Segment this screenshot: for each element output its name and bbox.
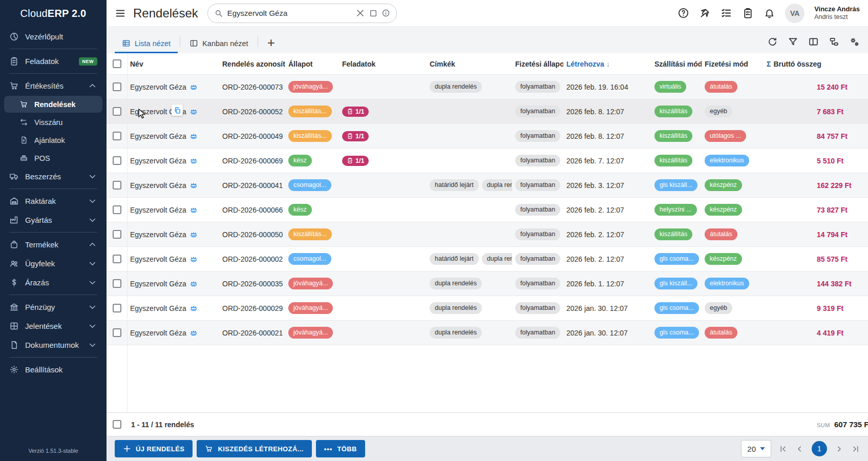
row-checkbox[interactable]: [113, 230, 121, 239]
sidebar-item-vezerlopult[interactable]: Vezérlőpult: [4, 28, 102, 46]
table-row[interactable]: Egyszervolt GézaORD-2026-000050kiszállít…: [107, 222, 868, 247]
row-checkbox[interactable]: [113, 82, 121, 91]
search-input[interactable]: [227, 9, 351, 17]
created-date: 2026 jan. 30. 12:07: [566, 304, 628, 312]
column-header-szallitasi-mod[interactable]: Szállítási mód: [651, 60, 702, 68]
table-row[interactable]: Egyszervolt GézaORD-2026-000073jóváhagyá…: [107, 75, 868, 99]
table-settings-gears-icon[interactable]: [849, 36, 860, 47]
table-row[interactable]: Egyszervolt GézaORD-2026-000021jóváhagyá…: [107, 321, 868, 345]
column-header-letrehozva[interactable]: Létrehozva↓: [563, 60, 651, 68]
payment-badge: készpénz: [705, 204, 742, 215]
table-row[interactable]: Egyszervolt GézaORD-2026-000052kiszállít…: [107, 99, 868, 124]
hamburger-menu-icon[interactable]: [115, 8, 126, 19]
columns-icon[interactable]: [808, 36, 819, 47]
column-header-fizetesi-mod[interactable]: Fizetési mód: [702, 60, 755, 68]
sidebar-item-pos[interactable]: POS: [4, 150, 102, 166]
customer-name: Egyszervolt Géza: [130, 83, 186, 91]
sidebar-item-visszaru[interactable]: Visszáru: [4, 114, 102, 131]
table-row[interactable]: Egyszervolt GézaORD-2026-000035jóváhagyá…: [107, 271, 868, 296]
refresh-icon[interactable]: [767, 36, 778, 47]
row-checkbox[interactable]: [113, 107, 121, 116]
search-info-icon[interactable]: [382, 9, 390, 17]
column-header-nev[interactable]: Név: [127, 60, 219, 68]
sidebar-item-ertekesites[interactable]: Értékesítés: [4, 77, 102, 95]
user-info[interactable]: Vincze András Andris teszt: [814, 5, 860, 22]
table-row[interactable]: Egyszervolt GézaORD-2026-000069kész1/1fo…: [107, 149, 868, 173]
column-header-fizetesi-allapot[interactable]: Fizetési állapot: [512, 60, 563, 68]
cell-order-id: ORD-2026-000041: [219, 181, 285, 190]
crown-icon: [189, 206, 198, 214]
prev-page-icon[interactable]: [795, 445, 804, 453]
table-row[interactable]: Egyszervolt GézaORD-2026-000049kiszállít…: [107, 124, 868, 149]
row-checkbox[interactable]: [113, 156, 121, 165]
sidebar-item-ajanlatok[interactable]: Ajánlatok: [4, 132, 102, 149]
column-header-cimkek[interactable]: Címkék: [427, 60, 512, 68]
cell-payment-status: folyamatban: [512, 106, 563, 117]
cell-order-id: ORD-2026-000052: [219, 108, 285, 116]
cell-payment-method: átutalás: [702, 228, 755, 240]
current-page[interactable]: 1: [812, 441, 827, 456]
next-page-icon[interactable]: [835, 445, 843, 453]
sidebar-item-rendelesek[interactable]: Rendelések: [4, 96, 102, 113]
cell-name: Egyszervolt Géza: [127, 181, 219, 190]
notifications-bell-icon[interactable]: [764, 7, 775, 19]
sidebar-item-gyartas[interactable]: Gyártás: [4, 211, 102, 229]
row-checkbox-cell: [107, 304, 127, 312]
cell-status: jóváhagyá...: [285, 302, 339, 313]
column-header-allapot[interactable]: Állapot: [285, 60, 339, 68]
column-header-rendeles-azonosito[interactable]: Rendelés azonosító: [219, 60, 285, 68]
page-size-select[interactable]: 20: [741, 440, 771, 457]
rocket-icon[interactable]: [699, 7, 711, 19]
tab-list-view[interactable]: Lista nézet: [115, 34, 178, 53]
sidebar-item-dokumentumok[interactable]: Dokumentumok: [4, 336, 102, 354]
sidebar-item-beallitasok[interactable]: Beállítások: [4, 361, 102, 379]
cell-tasks: 1/1: [339, 107, 427, 117]
row-checkbox[interactable]: [113, 181, 121, 190]
copy-icon[interactable]: [172, 104, 183, 116]
row-checkbox[interactable]: [113, 328, 121, 337]
column-header-feladatok[interactable]: Feladatok: [339, 60, 427, 68]
help-icon[interactable]: [678, 7, 689, 19]
last-page-icon[interactable]: [851, 445, 860, 453]
clipboard-icon[interactable]: [742, 7, 754, 19]
tab-kanban-view[interactable]: Kanban nézet: [182, 34, 256, 53]
row-checkbox[interactable]: [113, 304, 121, 312]
sidebar-item-raktarak[interactable]: Raktárak: [4, 192, 102, 210]
checklist-icon[interactable]: [721, 7, 732, 19]
sidebar-item-penzugy[interactable]: Pénzügy: [4, 298, 102, 316]
filter-icon[interactable]: [788, 36, 798, 47]
row-checkbox[interactable]: [113, 132, 121, 140]
row-checkbox[interactable]: [113, 205, 121, 214]
avatar[interactable]: VA: [785, 4, 805, 23]
cell-payment-method: készpénz: [702, 253, 755, 264]
search-bar[interactable]: [207, 4, 397, 23]
more-button[interactable]: ••• TÖBB: [316, 440, 365, 457]
sidebar-item-termekek[interactable]: Termékek: [4, 236, 102, 254]
main-area: Rendelések VA Vincze András Andris teszt: [107, 0, 868, 461]
table-row[interactable]: Egyszervolt GézaORD-2026-000066készfolya…: [107, 198, 868, 222]
sidebar-item-beszerzes[interactable]: Beszerzés: [4, 167, 102, 185]
table-row[interactable]: Egyszervolt GézaORD-2026-000002csomagol.…: [107, 247, 868, 271]
exact-match-checkbox-icon[interactable]: [369, 9, 377, 17]
new-order-button[interactable]: ÚJ RENDELÉS: [115, 440, 193, 457]
sidebar-item-ugyfelek[interactable]: Ügyfelek: [4, 255, 102, 273]
create-picking-button[interactable]: KISZEDÉS LÉTREHOZÁ...: [197, 440, 311, 457]
group-hierarchy-icon[interactable]: [829, 36, 839, 47]
sidebar-item-arazas[interactable]: Árazás: [4, 274, 102, 291]
select-all-footer-checkbox[interactable]: [113, 420, 121, 429]
clear-search-icon[interactable]: [355, 8, 365, 18]
row-checkbox[interactable]: [113, 255, 121, 263]
task-clipboard-icon: [347, 157, 353, 164]
pagination: 20 1: [741, 440, 860, 457]
select-all-checkbox[interactable]: [113, 59, 121, 68]
sidebar-item-jelentesek[interactable]: Jelentések: [4, 317, 102, 335]
cell-shipping-method: kiszállítás: [651, 228, 702, 240]
add-view-button[interactable]: +: [260, 36, 282, 53]
table-row[interactable]: Egyszervolt GézaORD-2026-000041csomagol.…: [107, 173, 868, 198]
table-row[interactable]: Egyszervolt GézaORD-2026-000029jóváhagyá…: [107, 296, 868, 321]
cell-payment-method: elektronikus: [702, 278, 755, 289]
sidebar-item-feladatok[interactable]: FeladatokNEW: [4, 52, 102, 70]
column-header-brutto-osszeg[interactable]: ΣBruttó összeg: [755, 60, 868, 68]
row-checkbox[interactable]: [113, 279, 121, 288]
first-page-icon[interactable]: [779, 445, 788, 453]
